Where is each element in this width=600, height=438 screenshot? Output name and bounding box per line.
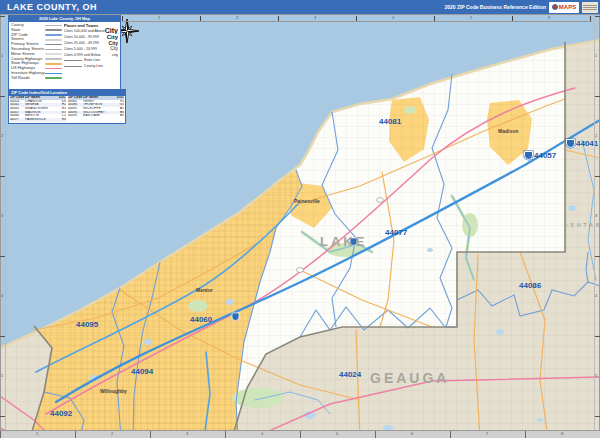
ruler-label-bottom: 1 xyxy=(36,432,38,436)
zip-label-44024: 44024 xyxy=(339,371,361,379)
zip-index-row: 44095EASTLAKEB5 xyxy=(68,114,124,118)
brand-logo: MAPS xyxy=(549,2,579,13)
zip-index-right-group: ZIP CodeZIP NameLOC44081PERRYF244086THOM… xyxy=(67,96,125,122)
ruler-label-bottom: 4 xyxy=(261,432,263,436)
page-title: LAKE COUNTY, OH xyxy=(0,0,97,14)
zip-index-cell: E4 xyxy=(58,118,66,122)
ruler-label-top: 3 xyxy=(314,16,316,20)
legend-boundary-line xyxy=(64,60,82,61)
county-label-geauga: GEAUGA xyxy=(370,371,449,385)
edition-label: 2020 ZIP Code Business Reference Edition xyxy=(444,4,546,10)
legend-line-sample xyxy=(45,53,62,55)
zip-index-box: ZIP Code Index/Grid Location ZIP CodeZIP… xyxy=(8,89,126,124)
zip-label-text: 44092 xyxy=(50,410,72,418)
legend-boundary-line xyxy=(64,66,82,67)
ruler-label-right: 4 xyxy=(595,294,597,298)
legend-line-items: CountyStateZIP CodeStreetsPrimary Street… xyxy=(11,23,62,81)
ruler-label-bottom: 7 xyxy=(486,432,488,436)
zip-label-44077: 44077 xyxy=(385,229,407,237)
ruler-label-right: 1 xyxy=(595,54,597,58)
legend-line-sample xyxy=(45,49,62,51)
zip-label-text: 44081 xyxy=(379,118,401,126)
legend-boundary-county-line: County Line xyxy=(64,64,118,70)
legend-line-sample xyxy=(45,68,62,70)
zip-label-text: 44094 xyxy=(131,368,153,376)
ruler-label-bottom: 8 xyxy=(561,432,563,436)
zip-index-cell: 44095 xyxy=(68,114,83,118)
zip-index-cell: EASTLAKE xyxy=(83,114,116,118)
publisher-fineprint xyxy=(582,2,598,13)
ruler-label-bottom: 2 xyxy=(111,432,113,436)
legend-city-sample: city xyxy=(112,52,118,58)
city-label-painesville: Painesville xyxy=(294,199,320,204)
legend-line-sample xyxy=(45,29,62,31)
zip-label-44081: 44081 xyxy=(379,118,401,126)
legend-line-sample xyxy=(45,44,62,46)
zip-index-row: 44077PAINESVILLEE4 xyxy=(10,118,66,122)
zip-index-cell: B5 xyxy=(116,114,124,118)
header-bar: LAKE COUNTY, OH 2020 ZIP Code Business R… xyxy=(0,0,600,14)
legend-line-sample xyxy=(45,73,62,75)
ruler-label-top: 1 xyxy=(158,16,160,20)
legend-item-label: Toll Roads xyxy=(11,76,45,81)
ruler-label-right: 3 xyxy=(595,214,597,218)
zip-label-text: 44024 xyxy=(339,371,361,379)
zip-label-44094: 44094 xyxy=(131,368,153,376)
brand-logo-icon xyxy=(552,4,558,10)
grid-ruler-top xyxy=(122,16,592,22)
legend-cities-column: Places and Towns Cities 100,000 and Abov… xyxy=(62,23,118,81)
zip-label-text: 44077 xyxy=(385,229,407,237)
zip-label-44060: 44060 xyxy=(190,316,212,324)
grid-ruler-right xyxy=(594,16,600,430)
ruler-label-right: 2 xyxy=(595,134,597,138)
ruler-label-top: 6 xyxy=(548,16,550,20)
grid-ruler-bottom xyxy=(0,430,600,438)
legend-boundary-label: County Line xyxy=(84,64,103,70)
zip-label-text: 44095 xyxy=(76,321,98,329)
interstate-shield-icon xyxy=(524,151,533,160)
legend-item-toll-roads: Toll Roads xyxy=(11,76,62,81)
zip-label-44057: 44057 xyxy=(524,151,556,160)
legend-line-sample xyxy=(45,63,62,65)
ruler-label-top: 4 xyxy=(392,16,394,20)
zip-label-text: 44060 xyxy=(190,316,212,324)
city-label-mentor: Mentor xyxy=(196,288,213,293)
interstate-shield-icon xyxy=(566,139,575,148)
ruler-label-left: 5 xyxy=(1,374,3,378)
legend-line-sample xyxy=(45,34,62,36)
grid-ruler-left xyxy=(0,16,6,430)
city-label-willoughby: Willoughby xyxy=(100,389,127,394)
zip-label-44095: 44095 xyxy=(76,321,98,329)
ruler-label-left: 2 xyxy=(1,134,3,138)
ruler-label-left: 4 xyxy=(1,294,3,298)
zip-label-44086: 44086 xyxy=(519,282,541,290)
map-page: LAKE COUNTY, OH 2020 ZIP Code Business R… xyxy=(0,0,600,438)
ruler-label-bottom: 5 xyxy=(336,432,338,436)
legend-line-sample xyxy=(45,77,62,79)
ruler-label-left: 1 xyxy=(1,54,3,58)
ruler-label-right: 5 xyxy=(595,374,597,378)
legend-box: 2020 Lake County, OH Map CountyStateZIP … xyxy=(8,15,121,90)
brand-logo-text: MAPS xyxy=(559,4,576,10)
city-label-madison: Madison xyxy=(498,129,518,134)
ruler-label-top: 2 xyxy=(236,16,238,20)
header-right: 2020 ZIP Code Business Reference Edition… xyxy=(444,2,600,13)
ruler-label-top: 5 xyxy=(470,16,472,20)
legend-line-sample xyxy=(45,25,62,27)
zip-label-text: 44057 xyxy=(534,152,556,160)
ruler-label-bottom: 3 xyxy=(186,432,188,436)
county-label-lake: LAKE xyxy=(320,235,367,248)
zip-label-44092: 44092 xyxy=(50,410,72,418)
zip-index-cell: PAINESVILLE xyxy=(25,118,58,122)
legend-line-sample xyxy=(45,58,62,60)
zip-index-left-group: ZIP CodeZIP NameLOC44024CHARDOND644041GE… xyxy=(9,96,67,122)
ruler-label-left: 3 xyxy=(1,214,3,218)
ruler-label-bottom: 6 xyxy=(411,432,413,436)
zip-label-text: 44086 xyxy=(519,282,541,290)
legend-line-sample xyxy=(45,39,62,41)
zip-index-cell: 44077 xyxy=(10,118,25,122)
